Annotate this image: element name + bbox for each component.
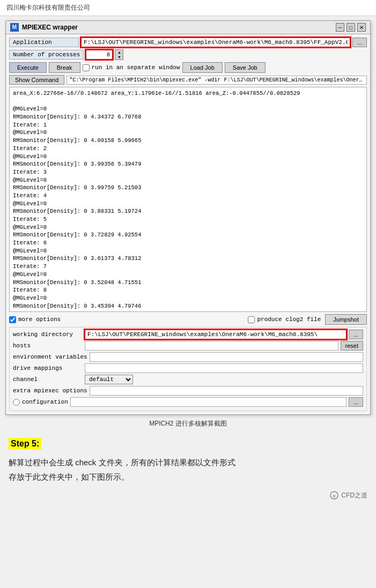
run-separate-checkbox[interactable]: [83, 64, 90, 71]
close-button[interactable]: ✕: [357, 23, 366, 32]
cfd-logo-icon: ✿: [329, 490, 339, 500]
more-options-check: more options: [9, 316, 248, 323]
drive-mappings-label: drive mappings: [13, 365, 83, 371]
output-line: RMSmonitor[Density]: 0 3.99759 5.21503: [13, 184, 363, 192]
extra-options-label: extra mpiexec options: [13, 388, 87, 394]
output-line: Iterate: 8: [13, 286, 363, 294]
produce-clog2-checkbox[interactable]: [248, 316, 255, 323]
more-options-checkbox[interactable]: [9, 316, 16, 323]
window-icon: M: [10, 23, 19, 32]
num-processes-spinner: ▲ ▼: [115, 49, 123, 60]
output-line: Iterate: 1: [13, 121, 363, 129]
spin-up-button[interactable]: ▲: [115, 50, 123, 55]
save-job-button[interactable]: Save Job: [225, 62, 266, 73]
bottom-options-row: more options produce clog2 file Jumpshot: [9, 314, 367, 325]
working-directory-row: working directory ...: [13, 330, 363, 339]
step-text: 解算过程中会生成 check 文件夹，所有的计算结果都以文件形式 存放于此文件夹…: [9, 455, 367, 484]
spin-down-button[interactable]: ▼: [115, 55, 123, 59]
step-section: Step 5: 解算过程中会生成 check 文件夹，所有的计算结果都以文件形式…: [0, 434, 376, 488]
reset-button[interactable]: reset: [341, 341, 363, 351]
output-line: @MGLevel=0: [13, 105, 363, 113]
window-controls: ─ □ ✕: [336, 23, 366, 32]
env-variables-row: environment variables: [13, 352, 363, 362]
svg-text:✿: ✿: [333, 494, 336, 498]
channel-label: channel: [13, 376, 83, 383]
window-caption: MPICH2 进行多核解算截图: [0, 419, 376, 428]
application-label: Application: [9, 38, 79, 47]
output-line: @MGLevel=0: [13, 294, 363, 302]
minimize-button[interactable]: ─: [336, 23, 344, 32]
output-line: Iterate: 5: [13, 215, 363, 224]
jumpshot-button[interactable]: Jumpshot: [325, 314, 367, 325]
application-input[interactable]: [81, 38, 350, 47]
options-section: working directory ... hosts reset enviro…: [9, 327, 367, 411]
env-variables-label: environment variables: [13, 354, 87, 360]
configuration-row: configuration ...: [13, 397, 363, 407]
output-line: RMSmonitor[Density]: 0 3.61373 4.78312: [13, 255, 363, 263]
show-command-row: Show Command "C:\Program Files\MPICH2\bi…: [9, 75, 367, 85]
output-line: Iterate: 2: [13, 145, 363, 153]
output-line: @MGLevel=0: [13, 271, 363, 279]
configuration-radio-input[interactable]: [13, 399, 20, 406]
num-processes-row: Number of processes ▲ ▼: [9, 49, 367, 60]
output-line: RMSmonitor[Density]: 0 4.09158 5.99665: [13, 137, 363, 145]
load-job-button[interactable]: Load Job: [182, 62, 223, 73]
extra-options-input[interactable]: [90, 386, 363, 396]
toolbar-row: Execute Break run in an separate window …: [9, 62, 367, 73]
working-directory-label: working directory: [13, 331, 83, 338]
maximize-button[interactable]: □: [346, 23, 355, 32]
company-name: 四川梅卡尔科技有限责任公司: [6, 4, 90, 11]
step-text-line1: 解算过程中会生成 check 文件夹，所有的计算结果都以文件形式: [9, 455, 367, 470]
output-line: @MGLevel=0: [13, 129, 363, 137]
working-directory-browse-button[interactable]: ...: [349, 330, 363, 339]
step-label: Step 5:: [9, 438, 41, 450]
output-line: @MGLevel=0: [13, 247, 363, 255]
output-area[interactable]: area_X:6.22766e-16//0.148672 area_Y:1.17…: [9, 87, 367, 312]
configuration-radio: configuration: [13, 399, 68, 406]
extra-options-row: extra mpiexec options: [13, 386, 363, 396]
output-line: @MGLevel=0: [13, 200, 363, 208]
output-line: RMSmonitor[Density]: 0 3.88331 5.19724: [13, 207, 363, 215]
output-line: Iterate: 6: [13, 239, 363, 247]
page-header: 四川梅卡尔科技有限责任公司: [0, 0, 376, 16]
channel-row: channel default shm sock: [13, 375, 363, 384]
env-variables-input[interactable]: [90, 352, 363, 362]
configuration-browse-button[interactable]: ...: [349, 397, 363, 407]
break-button[interactable]: Break: [49, 62, 80, 73]
show-command-button[interactable]: Show Command: [9, 75, 64, 85]
output-line: area_X:6.22766e-16//0.148672 area_Y:1.17…: [13, 90, 363, 98]
drive-mappings-input[interactable]: [85, 363, 363, 373]
execute-button[interactable]: Execute: [9, 62, 47, 73]
configuration-input[interactable]: [70, 397, 346, 407]
num-processes-label: Number of processes: [9, 50, 84, 59]
window-titlebar: M MPIEXEC wrapper ─ □ ✕: [6, 21, 370, 34]
output-line: @MGLevel=0: [13, 224, 363, 232]
window-title: MPIEXEC wrapper: [22, 24, 333, 31]
hosts-input[interactable]: [85, 341, 338, 351]
application-row: Application ...: [9, 38, 367, 47]
step-text-line2: 存放于此文件夹中，如下图所示。: [9, 470, 367, 484]
working-directory-input[interactable]: [85, 330, 346, 339]
output-line: RMSmonitor[Density]: 0 3.99356 5.39479: [13, 160, 363, 168]
output-line: [13, 98, 363, 106]
mpiexec-window: M MPIEXEC wrapper ─ □ ✕ Application ... …: [5, 20, 371, 415]
command-text: "C:\Program Files\MPICH2\bin\mpiexec.exe…: [67, 76, 367, 85]
channel-select[interactable]: default shm sock: [85, 375, 133, 384]
application-browse-button[interactable]: ...: [352, 38, 367, 47]
window-content: Application ... Number of processes ▲ ▼ …: [6, 34, 370, 414]
output-line: RMSmonitor[Density]: 0 3.45394 4.79746: [13, 302, 363, 310]
drive-mappings-row: drive mappings: [13, 363, 363, 373]
hosts-label: hosts: [13, 343, 83, 349]
num-processes-input[interactable]: [86, 50, 113, 59]
hosts-row: hosts reset: [13, 341, 363, 351]
cfd-watermark: ✿ CFD之道: [0, 490, 376, 500]
run-separate-checkbox-label: run in an separate window: [83, 64, 180, 71]
output-line: RMSmonitor[Density]: 0 3.52048 4.71551: [13, 279, 363, 287]
output-line: Iterate: 3: [13, 168, 363, 176]
output-line: Iterate: 7: [13, 263, 363, 271]
output-line: RMSmonitor[Density]: 0 4.34372 6.70768: [13, 113, 363, 121]
output-line: @MGLevel=0: [13, 153, 363, 161]
output-line: @MGLevel=0: [13, 176, 363, 184]
cfd-logo-text: CFD之道: [341, 491, 367, 500]
output-line: RMSmonitor[Density]: 0 3.72829 4.92554: [13, 231, 363, 239]
